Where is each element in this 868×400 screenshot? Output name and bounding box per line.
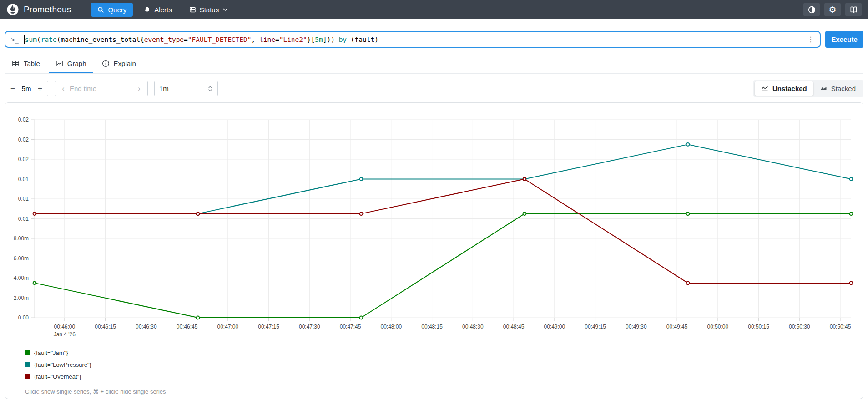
legend-item[interactable]: {fault="Jam"} — [25, 349, 859, 356]
graph-controls: − + ‹ › 1m Unstacked Stacked — [5, 80, 863, 97]
select-chevrons-icon — [207, 86, 213, 92]
execute-button[interactable]: Execute — [825, 31, 863, 48]
query-options-kebab-button[interactable]: ⋮ — [806, 35, 815, 44]
nav-query-label: Query — [108, 6, 126, 14]
series-line — [35, 214, 851, 318]
promql-expression-text[interactable]: sum(rate(machine_events_total{event_type… — [24, 35, 806, 44]
range-increase-button[interactable]: + — [34, 84, 46, 93]
resolution-select[interactable]: 1m — [154, 81, 218, 96]
svg-text:00:50:45: 00:50:45 — [830, 324, 851, 330]
svg-text:8.00m: 8.00m — [14, 235, 29, 242]
tab-graph[interactable]: Graph — [49, 55, 93, 73]
line-chart-icon — [761, 86, 768, 92]
stacked-option[interactable]: Stacked — [813, 81, 862, 96]
book-icon — [850, 6, 858, 14]
svg-text:00:46:00: 00:46:00 — [54, 324, 75, 330]
legend-label: {fault="Overheat"} — [34, 373, 81, 380]
svg-text:00:47:45: 00:47:45 — [340, 324, 361, 330]
legend-item[interactable]: {fault="Overheat"} — [25, 373, 859, 380]
tab-table-label: Table — [24, 60, 40, 67]
end-time-picker: ‹ › — [55, 81, 148, 96]
data-point-marker — [360, 212, 363, 215]
search-icon — [97, 6, 104, 13]
svg-text:0.01: 0.01 — [18, 176, 29, 182]
svg-text:0.01: 0.01 — [18, 216, 29, 222]
svg-text:00:48:15: 00:48:15 — [421, 324, 443, 330]
promql-token: 5m — [315, 36, 323, 43]
contrast-icon — [808, 6, 816, 14]
resolution-value: 1m — [159, 85, 169, 92]
end-time-input[interactable] — [68, 85, 135, 92]
bell-icon — [144, 6, 151, 13]
svg-text:6.00m: 6.00m — [14, 255, 29, 262]
data-point-marker — [360, 177, 363, 181]
chart-series — [33, 143, 853, 319]
docs-button[interactable] — [845, 3, 862, 16]
graph-canvas[interactable]: 0.020.020.020.010.010.018.00m6.00m4.00m2… — [9, 107, 866, 342]
brand[interactable]: Prometheus — [6, 3, 71, 16]
promql-token: } — [307, 36, 311, 43]
app-title: Prometheus — [24, 5, 71, 15]
legend-item[interactable]: {fault="LowPressure"} — [25, 361, 859, 368]
unstacked-option[interactable]: Unstacked — [755, 81, 813, 96]
svg-text:00:49:15: 00:49:15 — [585, 324, 606, 330]
theme-toggle-button[interactable] — [803, 3, 820, 16]
svg-text:00:47:30: 00:47:30 — [299, 324, 320, 330]
data-point-marker — [686, 281, 690, 284]
range-selector: − + — [5, 81, 48, 96]
promql-token: )) — [327, 36, 338, 43]
svg-text:00:46:45: 00:46:45 — [177, 324, 198, 330]
terminal-prompt-icon: >_ — [11, 36, 19, 43]
promql-token: "FAULT_DETECTED" — [188, 36, 252, 43]
result-tabs: Table Graph Explain — [5, 55, 863, 74]
promql-token: "Line2" — [279, 36, 307, 43]
data-point-marker — [33, 212, 36, 215]
svg-text:0.02: 0.02 — [18, 116, 29, 123]
svg-text:2.00m: 2.00m — [14, 295, 29, 301]
main-nav: Query Alerts Status — [91, 3, 803, 17]
promql-token: [ — [311, 36, 315, 43]
promql-token: by — [339, 36, 347, 43]
navbar-actions: ⚙ — [803, 3, 862, 16]
tab-explain[interactable]: Explain — [96, 55, 142, 73]
svg-text:00:46:15: 00:46:15 — [95, 324, 116, 330]
chevron-down-icon — [222, 7, 228, 12]
data-point-marker — [523, 177, 526, 181]
navbar: Prometheus Query Alerts — [0, 0, 868, 19]
range-decrease-button[interactable]: − — [7, 84, 19, 93]
settings-button[interactable]: ⚙ — [824, 3, 841, 16]
promql-token: (fault) — [347, 36, 378, 43]
data-point-marker — [686, 212, 690, 215]
svg-text:00:46:30: 00:46:30 — [136, 324, 157, 330]
promql-token: = — [184, 36, 188, 43]
svg-text:Jan 4 '26: Jan 4 '26 — [54, 331, 76, 338]
area-chart-icon — [820, 86, 827, 92]
end-time-back-button[interactable]: ‹ — [59, 85, 68, 93]
end-time-forward-button[interactable]: › — [135, 85, 144, 93]
promql-token: line — [259, 36, 275, 43]
nav-status-button[interactable]: Status — [183, 3, 235, 17]
promql-expression-input[interactable]: >_ sum(rate(machine_events_total{event_t… — [5, 31, 821, 48]
tab-table[interactable]: Table — [5, 55, 46, 73]
nav-query-button[interactable]: Query — [91, 3, 133, 17]
graph-icon — [56, 60, 63, 67]
graph-legend: {fault="Jam"}{fault="LowPressure"}{fault… — [25, 349, 859, 380]
svg-text:00:47:00: 00:47:00 — [217, 324, 238, 330]
promql-token: , — [252, 36, 259, 43]
svg-text:00:49:30: 00:49:30 — [626, 324, 647, 330]
promql-token: = — [275, 36, 279, 43]
data-point-marker — [686, 143, 690, 146]
nav-alerts-button[interactable]: Alerts — [137, 3, 178, 17]
range-input[interactable] — [19, 85, 34, 92]
nav-status-label: Status — [200, 6, 219, 14]
stacked-label: Stacked — [831, 85, 856, 92]
gear-icon: ⚙ — [828, 5, 836, 14]
data-point-marker — [850, 212, 853, 215]
graph-panel: 0.020.020.020.010.010.018.00m6.00m4.00m2… — [5, 102, 863, 399]
svg-text:00:47:15: 00:47:15 — [258, 324, 279, 330]
svg-text:00:50:00: 00:50:00 — [707, 324, 728, 330]
data-point-marker — [33, 281, 36, 284]
data-point-marker — [850, 177, 853, 181]
data-point-marker — [197, 316, 200, 319]
prometheus-logo-icon — [6, 3, 19, 16]
